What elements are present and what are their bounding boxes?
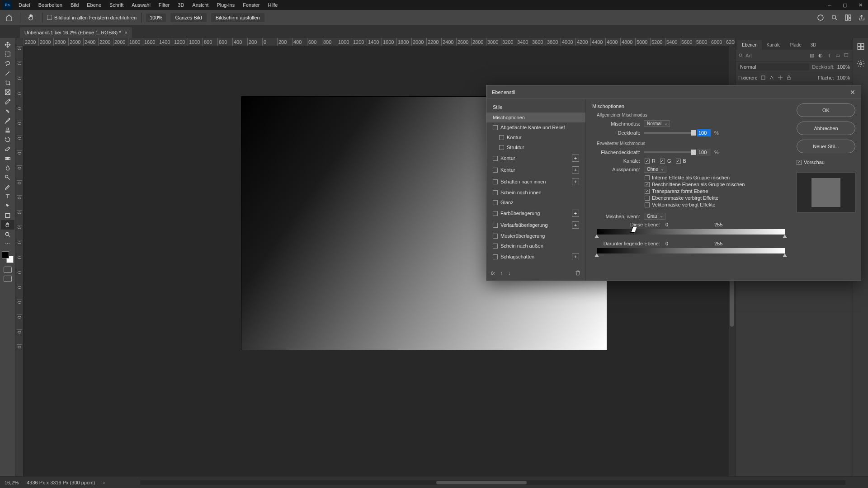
style-item-mischoptionen[interactable]: Mischoptionen [486,113,585,122]
menu-ebene[interactable]: Ebene [83,0,105,9]
menu-filter[interactable]: Filter [155,0,174,9]
status-zoom[interactable]: 16,2% [5,480,19,485]
style-item-outerglow[interactable]: Schein nach außen [486,241,585,251]
opacity-value[interactable]: 100% [837,64,850,70]
style-item-innerglow[interactable]: Schein nach innen [486,188,585,197]
marquee-tool-icon[interactable] [1,49,14,59]
filter-adjust-icon[interactable]: ◐ [817,52,824,59]
share-icon[interactable] [858,14,865,21]
lasso-tool-icon[interactable] [1,59,14,68]
status-doc-info[interactable]: 4936 Px x 3319 Px (300 ppcm) [27,480,95,485]
menu-bild[interactable]: Bild [66,0,83,9]
add-effect-icon[interactable]: + [572,210,579,217]
style-item-kontur2[interactable]: Kontur+ [486,152,585,164]
scroll-all-windows-checkbox[interactable]: Bildlauf in allen Fenstern durchführen [47,15,137,20]
ok-button[interactable]: OK [797,103,855,117]
style-item-kontur1[interactable]: Kontur [486,132,585,142]
style-item-patoverlay[interactable]: Musterüberlagerung [486,231,585,241]
pen-tool-icon[interactable] [1,182,14,192]
lock-all-icon[interactable] [786,75,792,80]
blend-clipped-checkbox[interactable]: Beschnittene Ebenen als Gruppe mischen [645,182,785,187]
move-tool-icon[interactable] [1,40,14,49]
menu-plug-ins[interactable]: Plug-ins [212,0,239,9]
gradient-tool-icon[interactable] [1,154,14,163]
lock-transparent-icon[interactable] [760,75,766,80]
horizontal-scrollbar[interactable] [140,480,845,485]
tab-kanale[interactable]: Kanäle [762,40,785,50]
opacity-input[interactable]: 100 [697,129,711,136]
blend-mode-select[interactable]: Normal [644,120,670,127]
tab-pfade[interactable]: Pfade [785,40,806,50]
fit-screen-button[interactable]: Ganzes Bild [170,13,206,22]
menu-ansicht[interactable]: Ansicht [188,0,212,9]
style-item-gradoverlay[interactable]: Verlaufsüberlagerung+ [486,219,585,231]
properties-panel-icon[interactable] [856,59,866,69]
transparency-shapes-checkbox[interactable]: Transparenz formt Ebene [645,188,785,194]
history-brush-icon[interactable] [1,135,14,144]
preview-checkbox[interactable]: Vorschau [797,160,825,165]
fill-opacity-input[interactable]: 100 [697,149,711,156]
blur-tool-icon[interactable] [1,163,14,173]
ruler-horizontal[interactable]: 2200200028002600240022002000180016001400… [24,38,735,46]
fill-opacity-slider[interactable] [644,151,693,153]
style-up-icon[interactable]: ↑ [500,270,503,276]
channel-g-checkbox[interactable]: G [660,158,671,164]
layermask-hides-checkbox[interactable]: Ebenenmaske verbirgt Effekte [645,195,785,201]
menu-auswahl[interactable]: Auswahl [127,0,155,9]
menu-3d[interactable]: 3D [174,0,188,9]
filter-pixel-icon[interactable]: ▧ [808,52,816,59]
menu-schrift[interactable]: Schrift [105,0,127,9]
channel-r-checkbox[interactable]: R [645,158,656,164]
close-tab-icon[interactable]: × [124,30,127,35]
ruler-vertical[interactable]: 000000000000000000000 [15,46,24,476]
add-effect-icon[interactable]: + [572,221,579,229]
new-style-button[interactable]: Neuer Stil... [797,140,855,153]
window-minimize-icon[interactable]: ─ [822,0,837,10]
style-item-bevel[interactable]: Abgeflachte Kante und Relief [486,122,585,132]
blend-mode-select[interactable]: Normal [738,63,809,70]
home-icon[interactable] [3,11,15,24]
hand-tool-icon[interactable] [1,220,14,230]
lock-move-icon[interactable] [778,75,783,80]
lock-paint-icon[interactable] [769,75,774,80]
tab-ebenen[interactable]: Ebenen [737,40,762,50]
filter-smart-icon[interactable]: ☐ [843,52,850,59]
crop-tool-icon[interactable] [1,78,14,87]
tab-3d[interactable]: 3D [806,40,821,50]
screenmode-icon[interactable] [4,276,12,282]
underlying-layer-slider[interactable] [597,248,785,253]
type-tool-icon[interactable] [1,192,14,201]
shape-tool-icon[interactable] [1,211,14,220]
zoom-level[interactable]: 100% [146,14,166,22]
document-tab[interactable]: Unbenannt-1 bei 16,2% (Ebene 1, RGB/8) *… [20,27,132,38]
fill-value[interactable]: 100% [837,75,850,80]
window-maximize-icon[interactable]: ▢ [837,0,853,10]
add-effect-icon[interactable]: + [572,253,579,260]
filter-shape-icon[interactable]: ▭ [834,52,841,59]
menu-hilfe[interactable]: Hilfe [264,0,282,9]
hand-tool-icon[interactable] [25,11,38,24]
search-icon[interactable] [831,14,838,21]
status-chevron-icon[interactable]: › [103,480,105,485]
style-item-glanz[interactable]: Glanz [486,197,585,207]
dialog-close-icon[interactable]: ✕ [850,89,855,96]
color-swatches[interactable] [2,251,14,263]
opacity-slider[interactable] [644,132,693,134]
fill-screen-button[interactable]: Bildschirm ausfüllen [211,13,264,22]
filter-type-icon[interactable]: T [826,52,833,59]
add-effect-icon[interactable]: + [572,178,579,185]
frame-tool-icon[interactable] [1,87,14,97]
menu-bearbeiten[interactable]: Bearbeiten [34,0,66,9]
this-layer-slider[interactable] [597,229,785,235]
zoom-tool-icon[interactable] [1,230,14,239]
vectormask-hides-checkbox[interactable]: Vektormaske verbirgt Effekte [645,202,785,207]
color-panel-icon[interactable] [856,42,866,52]
style-item-struktur[interactable]: Struktur [486,142,585,152]
cancel-button[interactable]: Abbrechen [797,122,855,135]
menu-fenster[interactable]: Fenster [239,0,264,9]
channel-b-checkbox[interactable]: B [676,158,686,164]
window-close-icon[interactable]: ✕ [853,0,868,10]
eraser-tool-icon[interactable] [1,144,14,154]
quickmask-icon[interactable] [4,267,12,273]
wand-tool-icon[interactable] [1,68,14,78]
